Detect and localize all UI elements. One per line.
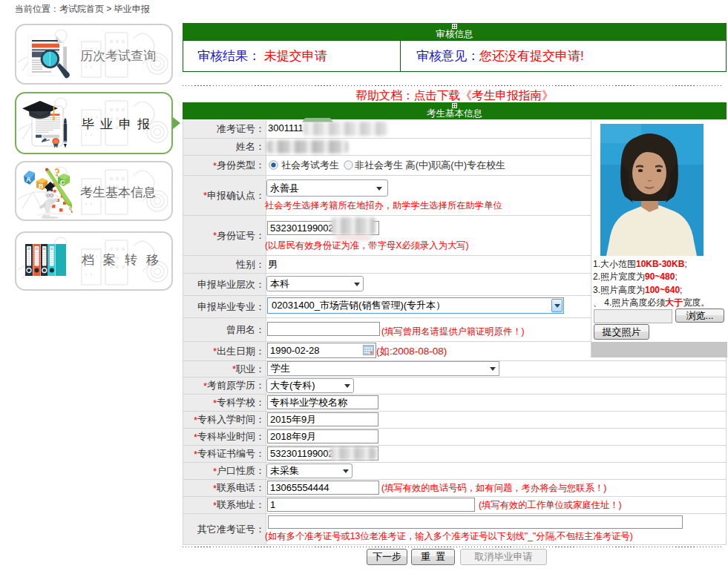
svg-text:A: A [26,176,31,183]
svg-text:C: C [60,179,65,186]
svg-text:B: B [39,182,44,190]
